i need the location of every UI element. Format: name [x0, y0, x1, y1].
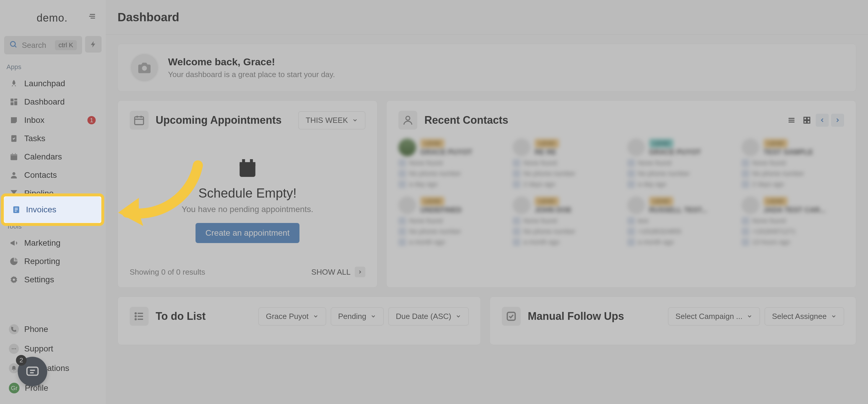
create-appointment-button[interactable]: Create an appointment	[195, 223, 300, 243]
svg-rect-33	[240, 162, 255, 166]
svg-rect-5	[11, 99, 13, 102]
contact-card[interactable]: LEADGRACE PUYOT None found No phone numb…	[627, 138, 730, 188]
svg-rect-43	[807, 121, 810, 123]
highlight-punch: Invoices	[2, 195, 103, 224]
welcome-title: Welcome back, Grace!	[168, 56, 335, 68]
calendar-icon	[9, 152, 19, 162]
list-icon	[130, 307, 149, 326]
chat-badge: 2	[16, 355, 27, 366]
chevron-right-icon	[355, 267, 365, 277]
appointments-filter-dropdown[interactable]: THIS WEEK	[298, 111, 365, 129]
phone-icon	[9, 324, 19, 334]
sidebar-item-inbox[interactable]: Inbox 1	[4, 111, 102, 129]
prev-page-button[interactable]	[816, 114, 829, 127]
contacts-card: Recent Contacts LEADGRACE PUYOT None fou…	[386, 100, 856, 288]
contact-card[interactable]: LEADRE RE None found No phone number 2 d…	[513, 138, 615, 188]
svg-rect-28	[135, 117, 144, 125]
contact-card[interactable]: LEADUNDEFINED None found No phone number…	[398, 196, 501, 246]
page-header: Dashboard	[106, 0, 868, 35]
sidebar-item-profile[interactable]: Gr Profile	[4, 378, 102, 398]
calendar-icon	[130, 111, 149, 130]
dashboard-icon	[9, 97, 19, 107]
next-page-button[interactable]	[831, 114, 844, 127]
contacts-icon	[9, 170, 19, 180]
svg-rect-8	[11, 102, 13, 105]
welcome-subtitle: Your dashboard is a great place to start…	[168, 70, 335, 79]
menu-toggle-button[interactable]	[88, 12, 100, 24]
svg-point-3	[11, 42, 16, 46]
svg-point-22	[12, 348, 13, 349]
todo-card: To do List Grace Puyot Pending Due Date …	[118, 297, 481, 345]
sidebar-item-launchpad[interactable]: Launchpad	[4, 74, 102, 93]
svg-rect-41	[807, 117, 810, 120]
results-count: Showing 0 of 0 results	[130, 268, 205, 277]
chevron-down-icon	[370, 313, 376, 319]
support-icon	[9, 344, 19, 354]
todo-status-filter[interactable]: Pending	[331, 307, 384, 325]
checklist-icon	[502, 307, 521, 326]
search-button[interactable]: Search ctrl K	[4, 36, 82, 54]
sidebar-item-settings[interactable]: Settings	[4, 271, 102, 289]
todo-user-filter[interactable]: Grace Puyot	[258, 307, 326, 325]
svg-point-48	[135, 316, 136, 317]
followups-title: Manual Follow Ups	[528, 310, 624, 322]
empty-title: Schedule Empty!	[198, 186, 297, 200]
avatar: Gr	[9, 383, 20, 393]
welcome-avatar[interactable]	[130, 53, 159, 83]
contact-card[interactable]: LEADJOHN DOE None found No phone number …	[513, 196, 615, 246]
followups-campaign-filter[interactable]: Select Campaign ...	[668, 307, 760, 325]
grid-view-button[interactable]	[800, 114, 813, 127]
inbox-icon	[9, 115, 19, 125]
chat-widget-button[interactable]: 2	[18, 357, 47, 386]
svg-point-49	[135, 319, 136, 319]
chevron-down-icon	[313, 313, 319, 319]
sidebar-item-contacts[interactable]: Contacts	[4, 166, 102, 184]
tasks-icon	[9, 133, 19, 144]
camera-icon	[137, 60, 152, 75]
svg-rect-40	[804, 117, 807, 120]
chart-icon	[9, 256, 19, 267]
welcome-card: Welcome back, Grace! Your dashboard is a…	[118, 44, 856, 92]
svg-rect-11	[11, 154, 18, 156]
list-view-button[interactable]	[785, 114, 798, 127]
quick-action-button[interactable]	[85, 36, 102, 53]
menu-icon	[88, 12, 97, 21]
rocket-icon	[9, 79, 19, 89]
followups-card: Manual Follow Ups Select Campaign ... Se…	[490, 297, 856, 345]
gear-icon	[9, 275, 19, 285]
sidebar-item-dashboard[interactable]: Dashboard	[4, 93, 102, 111]
sidebar-item-phone[interactable]: Phone	[4, 319, 102, 339]
svg-rect-42	[804, 121, 807, 123]
sidebar-item-marketing[interactable]: Marketing	[4, 234, 102, 252]
contact-card[interactable]: LEADRUSSELL TEST... test +19180324855 a …	[627, 196, 730, 246]
calendar-empty-icon	[236, 156, 259, 180]
chevron-down-icon	[747, 313, 752, 319]
page-title: Dashboard	[118, 11, 856, 24]
chevron-down-icon	[831, 313, 837, 319]
contact-card[interactable]: LEADJADA TEST CAR... None found +1918497…	[742, 196, 844, 246]
sidebar-item-calendars[interactable]: Calendars	[4, 148, 102, 166]
svg-point-36	[406, 116, 410, 120]
inbox-badge: 1	[87, 116, 96, 124]
sidebar-item-reporting[interactable]: Reporting	[4, 252, 102, 271]
megaphone-icon	[9, 238, 19, 248]
chevron-down-icon	[352, 117, 358, 123]
search-label: Search	[22, 41, 51, 50]
todo-title: To do List	[156, 310, 206, 322]
contact-card[interactable]: LEADGRACE PUYOT None found No phone numb…	[398, 138, 501, 188]
todo-sort-filter[interactable]: Due Date (ASC)	[389, 307, 469, 325]
svg-point-27	[142, 66, 147, 71]
followups-assignee-filter[interactable]: Select Assignee	[765, 307, 844, 325]
svg-point-14	[12, 172, 16, 175]
logo: demo.	[4, 6, 102, 36]
appointments-title: Upcoming Appointments	[156, 114, 282, 126]
show-all-button[interactable]: SHOW ALL	[311, 267, 365, 277]
search-shortcut: ctrl K	[55, 40, 77, 50]
contact-card[interactable]: LEADTEST SAMPLE None found No phone numb…	[742, 138, 844, 188]
svg-line-4	[15, 46, 17, 48]
svg-point-47	[135, 313, 136, 314]
sidebar-item-tasks[interactable]: Tasks	[4, 129, 102, 148]
svg-point-21	[13, 348, 14, 349]
chevron-down-icon	[456, 313, 461, 319]
svg-rect-7	[14, 101, 17, 105]
